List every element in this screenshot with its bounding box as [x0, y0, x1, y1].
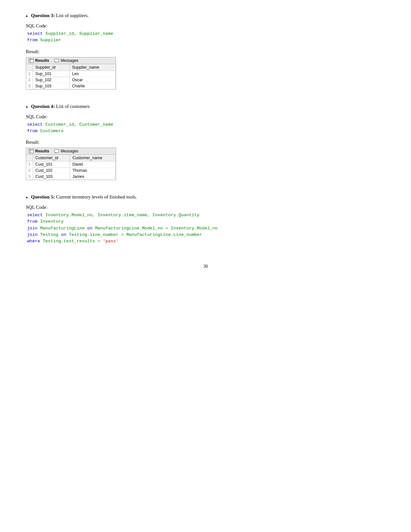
customer-id-2: Cust_102	[33, 168, 70, 174]
tab-results-3[interactable]: Results	[35, 58, 49, 63]
messages-icon-4	[54, 149, 59, 153]
svg-rect-0	[29, 59, 34, 63]
section-q5: • Question 5: Current inventory levels o…	[26, 194, 385, 245]
question-4-bold: Question 4:	[31, 104, 55, 109]
col-supplier-id-3: Supplier_id	[33, 64, 69, 71]
results-icon-3	[29, 58, 34, 63]
supplier-id-2: Sup_102	[33, 77, 69, 83]
sql-label-5: SQL Code:	[26, 205, 385, 210]
result-tabs-4: Results Messages	[26, 148, 116, 155]
question-4-line: • Question 4: List of customers	[26, 104, 385, 111]
code-block-5: select Inventory.Model_no, Inventory.ite…	[26, 212, 385, 245]
supplier-name-1: Leo	[69, 71, 115, 77]
result-table-4: Results Messages Customer_id Customer_na…	[26, 148, 116, 180]
section-q3: • Question 3: List of suppliers. SQL Cod…	[26, 13, 385, 96]
col-supplier-name-3: Supplier_name	[69, 64, 115, 71]
customer-name-2: Thomas	[70, 168, 115, 174]
customer-name-1: David	[70, 161, 115, 168]
table-row: 2 Sup_102 Oscar	[26, 77, 116, 83]
bullet-3: •	[26, 13, 28, 20]
result-table-3: Results Messages Supplier_id Supplier_na…	[26, 57, 116, 90]
supplier-id-1: Sup_101	[33, 71, 69, 77]
tab-messages-3[interactable]: Messages	[61, 58, 78, 63]
question-3-text: Question 3: List of suppliers.	[31, 13, 89, 18]
supplier-name-2: Oscar	[69, 77, 115, 83]
question-4-rest: List of customers	[56, 104, 90, 109]
tab-messages-4[interactable]: Messages	[61, 149, 78, 153]
section-q4: • Question 4: List of customers SQL Code…	[26, 104, 385, 187]
bullet-4: •	[26, 104, 28, 111]
row-num: 3	[26, 83, 33, 89]
question-3-rest: List of suppliers.	[56, 13, 89, 18]
results-icon-4	[29, 149, 34, 153]
row-num: 2	[26, 77, 33, 83]
supplier-name-3: Charlie	[69, 83, 115, 89]
row-num: 1	[26, 71, 33, 77]
svg-rect-8	[54, 150, 59, 153]
svg-rect-3	[54, 59, 59, 62]
table-row: 3 Cust_103 James	[26, 174, 116, 180]
sql-label-4: SQL Code:	[26, 114, 385, 120]
question-3-line: • Question 3: List of suppliers.	[26, 13, 385, 20]
page-number: 30	[26, 264, 385, 269]
customer-name-3: James	[70, 174, 115, 180]
result-label-3: Result:	[26, 49, 385, 54]
data-table-3: Supplier_id Supplier_name 1 Sup_101 Leo …	[26, 64, 116, 89]
col-rownum-3	[26, 64, 33, 71]
code-block-4: select Customer_id, Customer_name from C…	[26, 121, 385, 135]
result-label-4: Result:	[26, 140, 385, 145]
col-customer-id-4: Customer_id	[33, 155, 70, 161]
question-4-text: Question 4: List of customers	[31, 104, 90, 109]
question-5-rest: Current inventory levels of finished too…	[56, 194, 137, 199]
table-header-row-4: Customer_id Customer_name	[26, 155, 116, 161]
result-tabs-3: Results Messages	[26, 57, 116, 64]
table-row: 1 Cust_101 David	[26, 161, 116, 168]
bullet-5: •	[26, 195, 28, 201]
messages-icon-3	[54, 58, 59, 63]
customer-id-3: Cust_103	[33, 174, 70, 180]
table-row: 1 Sup_101 Leo	[26, 71, 116, 77]
customer-id-1: Cust_101	[33, 161, 70, 168]
question-5-line: • Question 5: Current inventory levels o…	[26, 194, 385, 201]
row-num: 3	[26, 174, 33, 180]
table-header-row-3: Supplier_id Supplier_name	[26, 64, 116, 71]
svg-rect-5	[29, 149, 34, 153]
code-block-3: select Supplier_id, Supplier_name from S…	[26, 31, 385, 44]
question-5-bold: Question 5:	[31, 194, 55, 199]
supplier-id-3: Sup_103	[33, 83, 69, 89]
tab-results-4[interactable]: Results	[35, 149, 49, 153]
table-row: 3 Sup_103 Charlie	[26, 83, 116, 89]
question-3-bold: Question 3:	[31, 13, 55, 18]
sql-label-3: SQL Code:	[26, 23, 385, 29]
row-num: 2	[26, 168, 33, 174]
col-customer-name-4: Customer_name	[70, 155, 115, 161]
question-5-text: Question 5: Current inventory levels of …	[31, 194, 137, 200]
data-table-4: Customer_id Customer_name 1 Cust_101 Dav…	[26, 155, 116, 180]
row-num: 1	[26, 161, 33, 168]
table-row: 2 Cust_102 Thomas	[26, 168, 116, 174]
col-rownum-4	[26, 155, 33, 161]
